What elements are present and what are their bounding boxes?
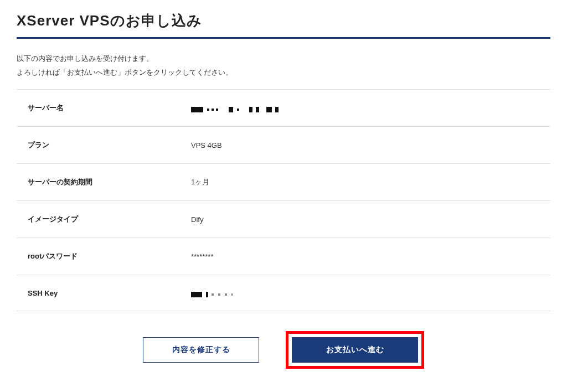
intro-text: 以下の内容でお申し込みを受け付けます。 よろしければ「お支払いへ進む」ボタンをク… xyxy=(17,52,550,79)
redacted-ssh-key xyxy=(191,290,235,297)
label-server-name: サーバー名 xyxy=(28,103,191,113)
intro-line-2: よろしければ「お支払いへ進む」ボタンをクリックしてください。 xyxy=(17,66,550,80)
label-plan: プラン xyxy=(28,140,191,150)
value-server-name xyxy=(191,104,280,113)
label-root-password: rootパスワード xyxy=(28,251,191,261)
value-root-password: ******** xyxy=(191,252,213,261)
label-contract-period: サーバーの契約期間 xyxy=(28,177,191,187)
row-contract-period: サーバーの契約期間 1ヶ月 xyxy=(17,163,550,200)
row-server-name: サーバー名 xyxy=(17,89,550,126)
label-ssh-key: SSH Key xyxy=(28,289,191,297)
value-contract-period: 1ヶ月 xyxy=(191,177,209,187)
value-image-type: Dify xyxy=(191,215,203,224)
page-title: XServer VPSのお申し込み xyxy=(17,11,550,39)
row-root-password: rootパスワード ******** xyxy=(17,238,550,275)
edit-button[interactable]: 内容を修正する xyxy=(143,337,259,363)
row-image-type: イメージタイプ Dify xyxy=(17,200,550,238)
value-plan: VPS 4GB xyxy=(191,141,222,149)
proceed-button-highlight: お支払いへ進む xyxy=(286,331,424,369)
label-image-type: イメージタイプ xyxy=(28,214,191,224)
order-summary-table: サーバー名 プラン VPS 4GB サーバーの契約期間 1ヶ月 イメージタイプ … xyxy=(17,89,550,311)
actions-row: 内容を修正する お支払いへ進む xyxy=(17,331,550,369)
row-ssh-key: SSH Key xyxy=(17,275,550,311)
value-ssh-key xyxy=(191,288,235,297)
redacted-server-name xyxy=(191,105,280,112)
proceed-to-payment-button[interactable]: お支払いへ進む xyxy=(292,337,418,363)
intro-line-1: 以下の内容でお申し込みを受け付けます。 xyxy=(17,52,550,66)
row-plan: プラン VPS 4GB xyxy=(17,126,550,163)
